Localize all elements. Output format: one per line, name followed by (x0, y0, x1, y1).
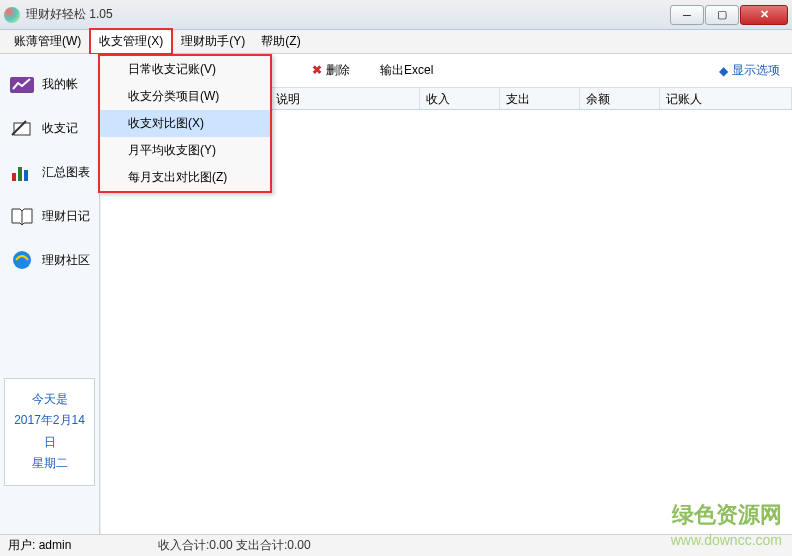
col-expense[interactable]: 支出 (500, 88, 580, 109)
svg-rect-3 (12, 173, 16, 181)
sidebar-label: 理财日记 (42, 208, 90, 225)
date-today-label: 今天是 (9, 389, 90, 411)
app-icon (4, 7, 20, 23)
sidebar-item-myaccount[interactable]: 我的帐 (4, 62, 95, 106)
sidebar-item-summary[interactable]: 汇总图表 (4, 150, 95, 194)
sidebar: 我的帐 收支记 汇总图表 理财日记 理财社区 (0, 54, 100, 534)
sidebar-item-community[interactable]: 理财社区 (4, 238, 95, 282)
sidebar-label: 我的帐 (42, 76, 78, 93)
ie-icon (8, 248, 36, 272)
delete-button[interactable]: ✖删除 (312, 62, 350, 79)
dropdown-category[interactable]: 收支分类项目(W) (100, 83, 270, 110)
sidebar-item-diary[interactable]: 理财日记 (4, 194, 95, 238)
diamond-icon: ◆ (719, 64, 728, 78)
window-title: 理财好轻松 1.05 (26, 6, 670, 23)
status-totals: 收入合计:0.00 支出合计:0.00 (158, 537, 311, 554)
bar-chart-icon (8, 160, 36, 184)
dropdown-monthly-avg[interactable]: 月平均收支图(Y) (100, 137, 270, 164)
menubar: 账薄管理(W) 收支管理(X) 理财助手(Y) 帮助(Z) (0, 30, 792, 54)
dropdown-daily-record[interactable]: 日常收支记账(V) (100, 56, 270, 83)
export-excel-button[interactable]: 输出Excel (380, 62, 433, 79)
window-controls: ─ ▢ ✕ (670, 5, 788, 25)
show-options-button[interactable]: ◆显示选项 (719, 62, 780, 79)
menu-assistant[interactable]: 理财助手(Y) (173, 30, 253, 53)
dropdown-income-expense: 日常收支记账(V) 收支分类项目(W) 收支对比图(X) 月平均收支图(Y) 每… (98, 54, 272, 193)
chart-up-icon (8, 72, 36, 96)
window-titlebar: 理财好轻松 1.05 ─ ▢ ✕ (0, 0, 792, 30)
sidebar-label: 汇总图表 (42, 164, 90, 181)
status-user: 用户: admin (8, 537, 158, 554)
menu-help[interactable]: 帮助(Z) (253, 30, 308, 53)
col-recorder[interactable]: 记账人 (660, 88, 792, 109)
col-balance[interactable]: 余额 (580, 88, 660, 109)
book-icon (8, 204, 36, 228)
dropdown-compare-chart[interactable]: 收支对比图(X) (100, 110, 270, 137)
watermark-text: 绿色资源网 (672, 500, 782, 530)
sidebar-label: 收支记 (42, 120, 78, 137)
pen-note-icon (8, 116, 36, 140)
svg-point-7 (13, 251, 31, 269)
menu-accounts[interactable]: 账薄管理(W) (6, 30, 89, 53)
menu-income-expense[interactable]: 收支管理(X) (89, 28, 173, 55)
svg-rect-5 (24, 170, 28, 181)
dropdown-expense-compare[interactable]: 每月支出对比图(Z) (100, 164, 270, 191)
sidebar-item-income[interactable]: 收支记 (4, 106, 95, 150)
col-income[interactable]: 收入 (420, 88, 500, 109)
delete-x-icon: ✖ (312, 63, 322, 77)
date-value: 2017年2月14日 (9, 410, 90, 453)
svg-rect-4 (18, 167, 22, 181)
date-box: 今天是 2017年2月14日 星期二 (4, 378, 95, 486)
watermark-url: www.downcc.com (671, 532, 782, 548)
maximize-button[interactable]: ▢ (705, 5, 739, 25)
close-button[interactable]: ✕ (740, 5, 788, 25)
col-description[interactable]: 说明 (270, 88, 420, 109)
minimize-button[interactable]: ─ (670, 5, 704, 25)
sidebar-label: 理财社区 (42, 252, 90, 269)
date-weekday: 星期二 (9, 453, 90, 475)
